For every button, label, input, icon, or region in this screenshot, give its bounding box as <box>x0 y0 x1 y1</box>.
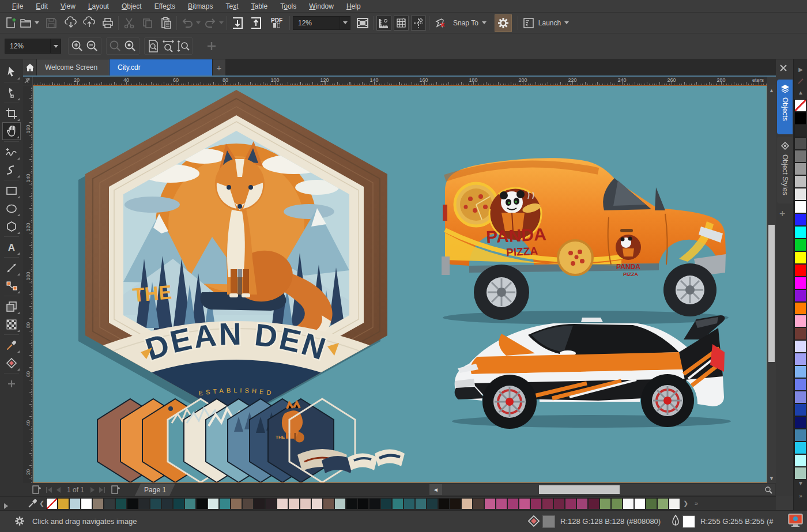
color-swatch[interactable] <box>576 498 588 510</box>
publish-pdf-button[interactable]: PDF <box>267 16 286 31</box>
connector-tool[interactable] <box>2 277 21 295</box>
zoom-selected-button[interactable] <box>108 39 123 54</box>
color-swatch[interactable] <box>794 403 806 416</box>
menu-view[interactable]: View <box>54 1 82 12</box>
color-swatch[interactable] <box>357 498 369 510</box>
undo-dropdown[interactable] <box>196 21 201 24</box>
color-swatch[interactable] <box>196 498 208 510</box>
polygon-tool[interactable] <box>2 217 21 235</box>
dimension-tool[interactable] <box>2 259 21 277</box>
drop-shadow-tool[interactable] <box>2 297 21 315</box>
color-swatch[interactable] <box>450 498 461 510</box>
zoom-out-button[interactable] <box>85 39 100 54</box>
color-swatch[interactable] <box>669 498 680 510</box>
color-swatch[interactable] <box>794 201 806 213</box>
vertical-scroll-thumb[interactable] <box>768 225 775 362</box>
color-swatch[interactable] <box>794 175 806 188</box>
color-swatch[interactable] <box>519 498 530 510</box>
color-swatch[interactable] <box>794 454 806 467</box>
docpal-eyedropper-icon[interactable] <box>28 499 37 511</box>
close-docker-button[interactable] <box>779 63 788 75</box>
color-swatch[interactable] <box>242 498 254 510</box>
zoom-to-width-button[interactable] <box>161 39 176 54</box>
color-swatch[interactable] <box>794 467 806 480</box>
color-swatch[interactable] <box>634 498 646 510</box>
pick-tool[interactable] <box>2 63 21 81</box>
color-swatch[interactable] <box>794 315 806 327</box>
color-swatch[interactable] <box>794 378 806 391</box>
artistic-media-tool[interactable] <box>2 161 21 179</box>
text-tool[interactable]: A <box>2 238 21 256</box>
color-swatch[interactable] <box>530 498 542 510</box>
home-button[interactable] <box>23 59 37 76</box>
color-swatch[interactable] <box>794 416 806 429</box>
import-button[interactable] <box>230 16 245 31</box>
snap-to-dropdown[interactable] <box>482 21 487 24</box>
color-swatch[interactable] <box>794 391 806 403</box>
status-gear-icon[interactable] <box>14 515 25 529</box>
color-swatch[interactable] <box>69 498 81 510</box>
scroll-down-arrow[interactable]: ▼ <box>767 473 776 483</box>
save-button[interactable] <box>44 16 59 31</box>
interactive-fill-tool[interactable] <box>2 354 21 372</box>
tab-city-cdr[interactable]: City.cdr <box>110 59 212 76</box>
docpal-scroll-left[interactable]: ❮ <box>39 500 44 507</box>
drawing-canvas[interactable]: THE DEAN DEN ESTABLISHED 2019 <box>33 85 767 483</box>
no-color-swatch[interactable] <box>794 99 806 112</box>
color-swatch[interactable] <box>794 353 806 365</box>
menu-file[interactable]: File <box>6 1 29 12</box>
tab-welcome-screen[interactable]: Welcome Screen <box>37 59 110 76</box>
add-tool-button[interactable] <box>2 375 21 393</box>
color-swatch[interactable] <box>254 498 265 510</box>
menu-help[interactable]: Help <box>340 1 367 12</box>
color-swatch[interactable] <box>542 498 553 510</box>
add-control-button[interactable] <box>204 39 219 54</box>
print-button[interactable] <box>100 16 115 31</box>
color-swatch[interactable] <box>311 498 323 510</box>
color-swatch[interactable] <box>380 498 392 510</box>
color-swatch[interactable] <box>138 498 150 510</box>
export-button[interactable] <box>248 16 263 31</box>
van-artwork[interactable]: PANDA PIZZA PANDA PIZZA <box>442 158 729 325</box>
zoom-to-page-button[interactable] <box>146 39 161 54</box>
color-swatch[interactable] <box>794 188 806 201</box>
color-swatch[interactable] <box>794 124 806 137</box>
layer-stack-artwork[interactable]: THE <box>97 399 405 482</box>
color-swatch[interactable] <box>461 498 473 510</box>
color-swatch[interactable] <box>346 498 357 510</box>
scroll-up-arrow[interactable]: ▲ <box>767 85 776 95</box>
palette-scroll-up[interactable]: ▲ <box>794 89 807 96</box>
zoom-all-objects-button[interactable] <box>123 39 138 54</box>
color-swatch[interactable] <box>657 498 669 510</box>
docpal-expand[interactable]: » <box>695 500 698 507</box>
ellipse-tool[interactable] <box>2 199 21 217</box>
open-button[interactable] <box>18 16 33 31</box>
color-swatch[interactable] <box>646 498 657 510</box>
palette-expand[interactable]: » <box>794 493 807 499</box>
color-swatch[interactable] <box>794 163 806 175</box>
color-swatch[interactable] <box>208 498 219 510</box>
color-swatch[interactable] <box>323 498 334 510</box>
color-swatch[interactable] <box>794 429 806 442</box>
options-gear-button[interactable] <box>495 14 512 32</box>
outline-color-swatch[interactable] <box>682 515 695 528</box>
color-swatch[interactable] <box>794 226 806 239</box>
add-page-end-button[interactable] <box>111 485 120 494</box>
menu-edit[interactable]: Edit <box>29 1 54 12</box>
scroll-left-arrow[interactable]: ◄ <box>429 484 442 495</box>
docker-tab-object-styles[interactable]: Object Styles <box>777 137 793 203</box>
color-swatch[interactable] <box>150 498 161 510</box>
menu-object[interactable]: Object <box>115 1 148 12</box>
color-swatch[interactable] <box>58 498 69 510</box>
color-swatch[interactable] <box>599 498 611 510</box>
color-swatch[interactable] <box>184 498 196 510</box>
color-swatch[interactable] <box>484 498 496 510</box>
cut-button[interactable] <box>122 16 137 31</box>
menu-table[interactable]: Table <box>245 1 274 12</box>
open-dropdown[interactable] <box>35 21 39 24</box>
menu-window[interactable]: Window <box>303 1 340 12</box>
color-swatch[interactable] <box>415 498 427 510</box>
vertical-ruler[interactable]: 16014012010080604020 <box>23 85 33 483</box>
horizontal-scrollbar[interactable]: ◄ <box>429 484 775 495</box>
show-guidelines-button[interactable] <box>411 16 426 31</box>
